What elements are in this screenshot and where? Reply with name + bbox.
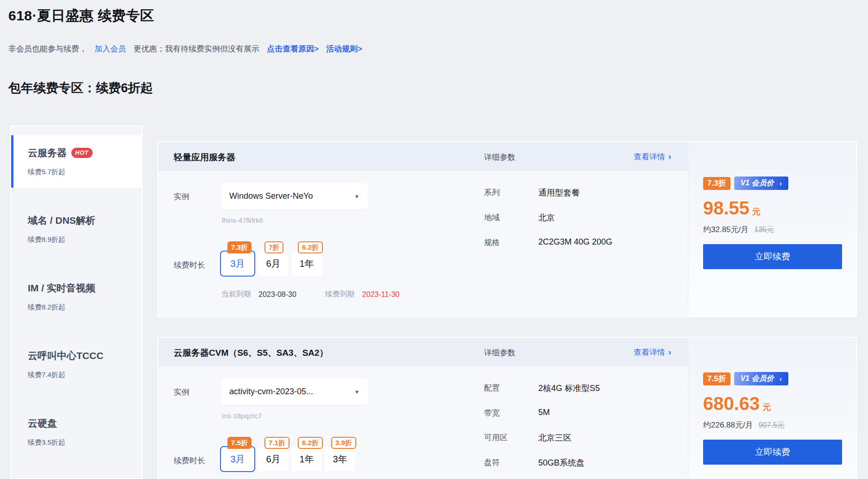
card-header: 轻量应用服务器 详细参数 查看详情 › [158,142,688,171]
spec-row: 可用区 北京三区 [484,432,600,443]
discount-badge: 7.5折 [227,437,252,449]
spec-list: 系列 通用型套餐 地域 北京 规格 2C2G3M 40G 200G [484,187,612,262]
discount-badge: 7.3折 [227,241,252,253]
price-unit: 元 [752,206,761,217]
instance-select-value: Windows Server-NeYo [229,191,351,201]
hot-badge: HOT [71,148,93,158]
instance-select[interactable]: activity-cvm-2023-05... ▼ [221,378,368,405]
price-panel: 7.3折 V1 会员价 › 98.55 元 约32.85元/月 135元 立即续… [688,142,856,316]
price-amount: 680.63 [703,393,760,414]
view-reason-link[interactable]: 点击查看原因> [267,44,319,54]
card-header: 云服务器CVM（S6、S5、SA3、SA2） 详细参数 查看详情 › [158,338,688,366]
renew-now-button[interactable]: 立即续费 [703,440,842,465]
price-discount-badge: 7.3折 [703,177,730,190]
caret-down-icon: ▼ [354,194,359,199]
spec-list: 配置 2核4G 标准型S5 带宽 5M 可用区 北京三区 盘符 50GB系统盘 [484,383,600,479]
sidebar-item-im-trtc[interactable]: IM / 实时音视频 续费8.2折起 [11,271,142,323]
price-unit: 元 [762,402,771,413]
discount-badge: 6.2折 [298,241,323,253]
chevron-right-icon: › [780,180,782,187]
duration-tab-1y[interactable]: 6.2折 1年 [291,252,322,276]
view-detail-link[interactable]: 查看详情 › [634,347,671,358]
monthly-price: 约32.85元/月 [703,224,748,235]
renew-expiry-value: 2023-11-30 [362,290,400,299]
sidebar-item-title: 云服务器 [28,146,67,159]
sidebar-item-tccc[interactable]: 云呼叫中心TCCC 续费7.4折起 [11,338,142,391]
chevron-right-icon: › [668,152,671,162]
instance-select-value: activity-cvm-2023-05... [229,387,351,397]
category-sidebar: 云服务器 HOT 续费5.7折起 域名 / DNS解析 续费8.9折起 IM /… [10,126,143,479]
activity-rules-link[interactable]: 活动规则> [326,44,362,54]
product-card-cvm: 云服务器CVM（S6、S5、SA3、SA2） 详细参数 查看详情 › 实例 ac… [157,337,857,479]
spec-row: 盘符 50GB系统盘 [484,457,600,468]
price-amount: 98.55 [703,198,749,218]
sidebar-item-domain-dns[interactable]: 域名 / DNS解析 续费8.9折起 [11,203,142,255]
expiry-dates: 当前到期 2023-08-30 续费到期 2023-11-30 [221,290,400,299]
duration-tab-6m[interactable]: 7.1折 6月 [258,447,289,471]
renew-expiry-label: 续费到期 [325,290,355,299]
sidebar-item-cloud-disk[interactable]: 云硬盘 续费3.5折起 [11,406,142,458]
renew-now-button[interactable]: 立即续费 [703,244,842,269]
sidebar-item-subtitle: 续费8.2折起 [28,303,142,312]
page-title: 618·夏日盛惠 续费专区 [8,6,154,25]
sidebar-item-title: 云硬盘 [28,417,57,430]
sidebar-item-title: IM / 实时音视频 [28,282,95,295]
product-card-lighthouse: 轻量应用服务器 详细参数 查看详情 › 实例 Windows Server-Ne… [157,141,857,317]
discount-badge: 7.1折 [264,437,289,449]
duration-tabs: 7.5折 3月 7.1折 6月 6.2折 1年 3.9折 3年 [220,447,355,472]
sidebar-item-subtitle: 续费7.4折起 [28,371,142,379]
spec-row: 地域 北京 [484,212,612,223]
page-subtitle: 非会员也能参与续费， 加入会员 更优惠；我有待续费实例但没有展示 点击查看原因>… [8,44,362,54]
renewal-zone-page: 618·夏日盛惠 续费专区 非会员也能参与续费， 加入会员 更优惠；我有待续费实… [0,0,868,479]
subtitle-mid: 更优惠；我有待续费实例但没有展示 [133,44,259,54]
duration-tab-6m[interactable]: 7折 6月 [258,252,289,276]
monthly-price: 约226.88元/月 [703,420,753,430]
price-discount-badge: 7.5折 [703,372,730,385]
sidebar-item-subtitle: 续费8.9折起 [28,235,142,244]
chevron-right-icon: › [780,375,782,382]
current-expiry-label: 当前到期 [221,290,251,299]
sidebar-item-subtitle: 续费3.5折起 [28,438,142,447]
original-price: 907.5元 [759,421,785,430]
params-label: 详细参数 [484,152,516,163]
section-title: 包年续费专区：续费6折起 [8,80,153,96]
duration-tab-3y[interactable]: 3.9折 3年 [325,447,355,471]
price-panel: 7.5折 V1 会员价 › 680.63 元 约226.88元/月 907.5元… [688,338,856,479]
original-price: 135元 [754,225,774,235]
card-title: 云服务器CVM（S6、S5、SA3、SA2） [174,347,328,359]
spec-row: 系列 通用型套餐 [484,187,612,198]
sidebar-item-title: 域名 / DNS解析 [28,214,95,227]
spec-row: 规格 2C2G3M 40G 200G [484,237,612,248]
instance-id: lhins-47fkfrk6 [222,216,263,224]
caret-down-icon: ▼ [354,389,359,395]
spec-row: 配置 2核4G 标准型S5 [484,383,600,394]
duration-tab-3m[interactable]: 7.5折 3月 [220,446,255,472]
params-label: 详细参数 [484,347,516,358]
discount-badge: 7折 [264,241,283,253]
member-price-badge[interactable]: V1 会员价 › [734,176,788,190]
current-expiry-value: 2023-08-30 [258,290,296,299]
view-detail-link[interactable]: 查看详情 › [634,151,671,162]
member-price-badge[interactable]: V1 会员价 › [734,372,788,385]
spec-row: 带宽 5M [484,408,600,418]
discount-badge: 3.9折 [331,437,356,449]
sidebar-item-title: 云呼叫中心TCCC [28,349,103,362]
card-title: 轻量应用服务器 [174,151,235,164]
chevron-right-icon: › [668,347,671,357]
instance-label: 实例 [174,191,189,202]
instance-label: 实例 [174,387,189,397]
instance-id: ins-18pqzrc7 [222,412,262,420]
instance-select[interactable]: Windows Server-NeYo ▼ [221,183,368,209]
duration-tab-1y[interactable]: 6.2折 1年 [291,447,322,471]
sidebar-item-subtitle: 续费5.7折起 [28,168,142,176]
sidebar-item-cloud-server[interactable]: 云服务器 HOT 续费5.7折起 [11,135,142,188]
duration-tabs: 7.3折 3月 7折 6月 6.2折 1年 [220,252,322,277]
duration-label: 续费时长 [174,260,205,271]
subtitle-prefix: 非会员也能参与续费， [8,44,87,54]
join-member-link[interactable]: 加入会员 [94,44,126,54]
duration-tab-3m[interactable]: 7.3折 3月 [220,251,255,277]
duration-label: 续费时长 [174,455,205,466]
discount-badge: 6.2折 [298,437,323,449]
